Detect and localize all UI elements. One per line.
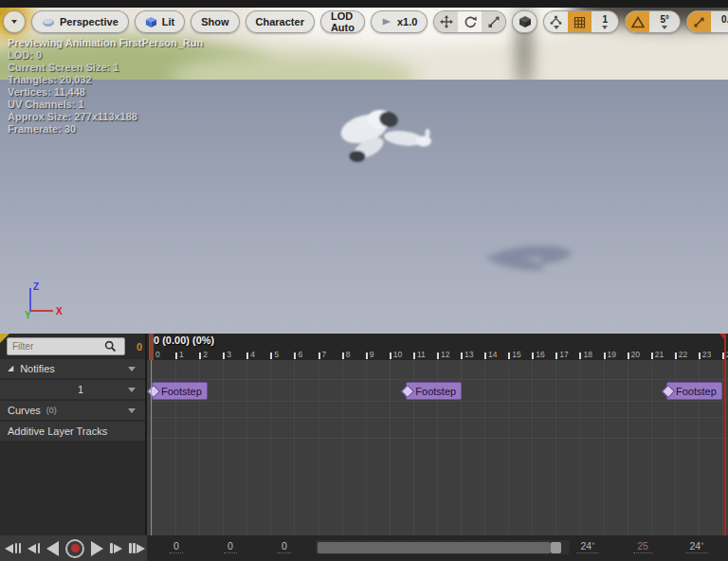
lod-label: LOD Auto [331, 10, 355, 33]
3d-viewport[interactable]: Perspective Lit Show Character LOD Auto [0, 8, 728, 334]
ruler-tick-label: 3 [227, 350, 231, 359]
ruler-tick-label: 10 [393, 350, 402, 359]
viewport-stats: Previewing Animation FirstPerson_RunLOD:… [8, 37, 203, 136]
notify-footstep[interactable]: Footstep [152, 382, 208, 400]
skip-to-end-icon [136, 544, 145, 553]
lod-auto-button[interactable]: LOD Auto [320, 10, 365, 33]
record-button[interactable] [65, 539, 84, 558]
play-forward-button[interactable] [91, 541, 103, 556]
skip-to-end-button[interactable] [129, 543, 145, 553]
ruler-tick [437, 353, 439, 359]
ruler-tick [555, 353, 557, 359]
current-frame-field[interactable]: 0 [170, 540, 183, 553]
translate-tool-button[interactable] [434, 11, 458, 32]
expander-icon[interactable]: ◢ [8, 364, 13, 372]
scale-tool-button[interactable] [482, 11, 505, 32]
step-backward-button[interactable] [27, 543, 40, 553]
ruler-tick [699, 353, 701, 359]
ruler-tick-label: 9 [370, 350, 374, 359]
ruler-tick-label: 22 [679, 350, 687, 359]
additive-layer-tracks-header[interactable]: Additive Layer Tracks [0, 422, 145, 441]
chevron-down-icon [554, 26, 559, 29]
ruler-tick-label: 16 [536, 350, 544, 359]
chevron-down-icon[interactable] [128, 388, 136, 392]
ruler-tick-label: 13 [464, 350, 473, 359]
stat-line: Current Screen Size: 1 [8, 62, 203, 74]
grid-snap-value-button[interactable]: 1 [592, 11, 618, 32]
stat-line: Approx Size: 277x113x188 [8, 111, 203, 123]
perspective-button[interactable]: Perspective [31, 10, 129, 33]
rotation-snap-icon [631, 16, 645, 28]
chevron-down-icon[interactable] [128, 408, 136, 413]
viewport-toolbar-right: 1 5° [433, 10, 728, 33]
ruler-tick [628, 353, 629, 359]
ruler-tick [604, 353, 606, 359]
ruler-tick [318, 353, 320, 359]
scale-snap-icon [693, 16, 705, 28]
grid-line [508, 360, 509, 535]
curves-label: Curves [8, 405, 41, 416]
stat-line: UV Channels: 1 [8, 99, 203, 111]
curves-track-header[interactable]: Curves (0) [0, 401, 145, 420]
grid-snap-toggle[interactable] [568, 11, 592, 32]
ruler-tick [175, 353, 177, 359]
notify-footstep[interactable]: Footstep [666, 382, 722, 400]
surface-snap-button[interactable] [544, 11, 568, 32]
scrollbar-end-cap[interactable] [551, 542, 561, 553]
sequence-end-line [724, 334, 726, 535]
grid-snap-group: 1 [543, 10, 619, 33]
notify-footstep[interactable]: Footstep [406, 382, 462, 400]
ruler-tick-label: 7 [322, 350, 327, 359]
timeline-area[interactable]: 0 (0.00) (0%) 01234567891011121314151617… [147, 334, 728, 535]
timeline-scrollbar[interactable] [316, 540, 570, 554]
lit-mode-button[interactable]: Lit [135, 10, 185, 33]
current-time-field[interactable]: 0 [224, 540, 237, 553]
ruler-tick [270, 353, 272, 359]
chevron-down-icon[interactable] [128, 367, 136, 371]
ruler-tick [342, 353, 344, 359]
grid-line [223, 360, 224, 535]
character-menu-button[interactable]: Character [246, 10, 315, 33]
total-frames-field[interactable]: 25 [633, 540, 652, 553]
current-time-readout: 0 (0.00) (0%) [154, 335, 214, 346]
ruler-tick [651, 353, 653, 359]
ruler-tick-label: 4 [250, 350, 255, 359]
panel-corner-marker [0, 8, 9, 17]
notifies-track-header[interactable]: ◢ Notifies [0, 359, 145, 378]
coordinate-system-button[interactable] [513, 11, 537, 32]
transport-controls [0, 535, 147, 561]
skip-to-start-button[interactable] [5, 543, 21, 553]
lit-cube-icon [145, 16, 157, 28]
stat-line: Previewing Animation FirstPerson_Run [8, 37, 203, 49]
sequence-end-frame-field[interactable]: 24* [685, 540, 707, 553]
timeline-ruler[interactable]: 0 (0.00) (0%) 01234567891011121314151617… [147, 334, 728, 360]
grid-line [484, 360, 485, 535]
grid-line [342, 360, 343, 535]
translate-icon [440, 15, 453, 28]
notify-track-1[interactable]: 1 [0, 380, 145, 399]
scale-snap-toggle[interactable] [687, 11, 711, 32]
playhead-marker[interactable] [149, 334, 154, 360]
step-forward-button[interactable] [110, 543, 122, 553]
play-reverse-button[interactable] [46, 541, 59, 556]
grid-line [722, 360, 723, 535]
perspective-icon [42, 17, 55, 27]
stat-line: LOD: 0 [8, 49, 203, 62]
scrollbar-thumb[interactable] [318, 542, 551, 553]
current-percent-field[interactable]: 0 [278, 540, 291, 553]
notify-label: Footstep [161, 386, 202, 397]
show-menu-button[interactable]: Show [191, 10, 239, 33]
rotate-tool-button[interactable] [458, 11, 482, 32]
rotation-snap-toggle[interactable] [626, 11, 649, 32]
perspective-label: Perspective [60, 16, 118, 27]
grid-line [579, 360, 580, 535]
step-forward-icon [114, 544, 122, 553]
playhead-line[interactable] [151, 360, 152, 535]
speed-icon [381, 16, 392, 27]
scale-snap-value-button[interactable]: 0.25 [711, 11, 728, 32]
grid-line [294, 360, 295, 535]
rotation-snap-value-button[interactable]: 5° [649, 11, 680, 32]
playback-speed-button[interactable]: x1.0 [371, 10, 428, 33]
playback-range-end-field[interactable]: 24* [576, 540, 598, 553]
grid-line [318, 360, 319, 535]
